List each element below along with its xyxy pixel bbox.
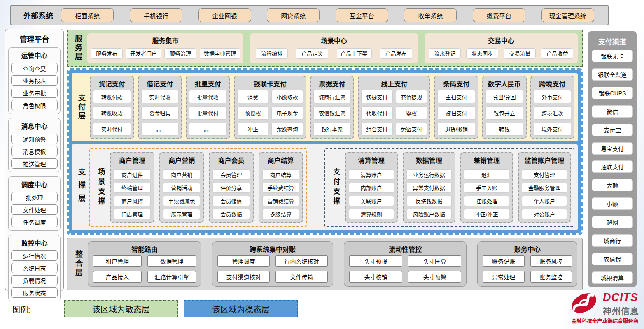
support-item: 异常支付数据 — [406, 183, 452, 193]
management-platform-title: 管理平台 — [8, 32, 61, 47]
external-system-item: 缴费平台 — [473, 8, 525, 22]
management-group: 消息中心通知预警消息模板推送管理 — [8, 118, 61, 172]
external-system-item: 手机银行 — [130, 8, 182, 22]
payment-item: 农信银汇票 — [313, 106, 351, 119]
support-group: 商户管理商户进件终端管理商户风控门店管理 — [110, 152, 154, 223]
support-item: 清算账户 — [349, 169, 394, 180]
payment-channel-item: 通联支付 — [592, 160, 633, 173]
payment-group-title: 跨境支付 — [534, 78, 572, 90]
payment-channel-item: 银联全渠道 — [592, 68, 633, 81]
payment-group-title: 线上支付 — [361, 78, 427, 90]
integration-group-title: 跨系统集中对账 — [217, 243, 328, 255]
payment-group: 银联卡支付消费小额取款预授权电子现金冲正余额查询 — [234, 76, 306, 139]
payment-item: 快捷支付 — [361, 90, 393, 103]
external-system-item: 现金管理系统 — [541, 8, 594, 22]
integration-item: 支付渠道核对 — [217, 271, 270, 283]
management-item: 文件处理 — [11, 204, 58, 215]
support-section-navy: 支付支撑清算管理清算账户内部账户关联账户清算规则数据管理业务运行数据异常支付数据… — [324, 148, 574, 227]
integration-group-items: 头寸预报头寸匡算头寸核销头寸预警 — [349, 255, 461, 283]
legend: 图例: 该区域为敏态层该区域为稳态层 — [12, 300, 298, 317]
payment-channel-item: 城银清算 — [592, 271, 633, 284]
payment-group-items: 实时代收资金归集。。 — [141, 90, 179, 136]
integration-item: 汇路计算引擎 — [147, 271, 196, 283]
payment-channel-item: 超网 — [592, 216, 633, 228]
service-item: 产品收益 — [541, 48, 573, 59]
service-item: 流程编排 — [256, 48, 288, 59]
external-system-item: 收单系统 — [404, 8, 457, 22]
payment-group-items: 消费小额取款预授权电子现金冲正余额查询 — [237, 90, 303, 136]
support-item: 展示管理 — [163, 209, 200, 219]
integration-item: 账务风控 — [530, 255, 572, 267]
management-item: 业务审批 — [11, 88, 58, 98]
payment-group-title: 银联卡支付 — [237, 78, 303, 90]
management-item: 查询查复 — [11, 63, 58, 73]
payment-group: 批量支付批量代收批量代付。。 — [186, 76, 230, 139]
payment-item: 组合支付 — [361, 123, 393, 136]
payment-item: 预授权 — [237, 106, 269, 119]
support-item: 退汇 — [464, 169, 509, 180]
support-item: 会员管理 — [212, 169, 250, 180]
integration-item: 行内系统核对 — [275, 255, 328, 267]
integration-group-items: 管理调度行内系统核对支付渠道核对文件传输 — [217, 255, 328, 283]
management-item: 任务调度 — [11, 217, 58, 227]
payment-group-items: 批量代收批量代付。。 — [189, 90, 227, 136]
support-item: 内部账户 — [349, 183, 394, 193]
support-section-label: 场景支撑 — [93, 152, 109, 223]
integration-layer-label: 整合层 — [72, 241, 84, 287]
integration-item: 头寸预警 — [408, 271, 461, 283]
payment-item: 钱包开立 — [485, 106, 523, 119]
integration-groups: 智能路由租户管理数据管理产品接入汇路计算引擎跨系统集中对账管理调度行内系统核对支… — [88, 241, 577, 287]
payment-channels-panel: 支付渠道 银联无卡银联全渠道银联CUPS微信支付宝易宝支付通联支付大额小额超网城… — [588, 31, 637, 287]
support-section-groups: 清算管理清算账户内部账户关联账户清算规则数据管理业务运行数据异常支付数据反洗钱数… — [345, 152, 571, 223]
payment-group-title: 贷记支付 — [93, 78, 131, 90]
support-group-title: 监管账户管理 — [522, 154, 567, 167]
support-layer-label: 支撑层 — [75, 148, 87, 227]
support-item: 个人账户 — [522, 196, 567, 206]
payment-channel-item: 农信银 — [592, 253, 633, 265]
service-item: 流水登记 — [429, 48, 461, 59]
support-group-title: 商户营销 — [163, 154, 200, 167]
integration-item: 租户管理 — [93, 255, 142, 267]
payment-group: 线上支付快捷支付充值提现代收代付鉴权组合支付免密支付 — [358, 76, 430, 139]
support-item: 金融服务管理 — [522, 183, 567, 193]
payment-item: 城商行汇票 — [313, 90, 351, 103]
support-item: 商户营销 — [163, 169, 200, 180]
integration-item: 异常处理 — [483, 271, 524, 283]
external-systems-label: 外部系统 — [23, 10, 53, 21]
management-item: 运行情况 — [11, 250, 58, 261]
management-item: 角色权限 — [11, 100, 58, 110]
payment-item: 银行本票 — [313, 123, 351, 136]
payment-channel-item: 支付宝 — [592, 124, 633, 136]
payment-item: 境外支付 — [534, 123, 572, 136]
integration-group-title: 账务中心 — [483, 243, 572, 255]
service-group-title: 场景中心 — [253, 35, 415, 47]
service-item: 状态同步 — [466, 48, 498, 59]
payment-item: 余额查询 — [271, 123, 303, 136]
management-group: 监控中心运行情况系统日志负载情况服务状态 — [8, 235, 61, 301]
dcits-swirl-icon — [569, 290, 599, 316]
service-item: 数据字典管理 — [200, 48, 240, 59]
integration-item: 头寸预报 — [349, 255, 402, 267]
payment-item: 电子现金 — [271, 106, 303, 119]
payment-item: 批量代收 — [189, 90, 227, 103]
management-item: 系统日志 — [11, 263, 58, 273]
support-item: 终端管理 — [114, 183, 151, 193]
payment-group: 票据支付城商行汇票农信银汇票银行本票 — [310, 76, 355, 139]
payment-group: 贷记支付转账付款转账收款实时代付 — [90, 76, 134, 139]
payment-group-items: 城商行汇票农信银汇票银行本票 — [313, 90, 351, 136]
service-group: 交易中心流水登记状态同步交易流量产品收益 — [425, 33, 578, 63]
payment-architecture-diagram: 外部系统 柜面系统手机银行企业网银网贷系统互金平台收单系统缴费平台现金管理系统 … — [0, 0, 644, 329]
payment-item: 转账付款 — [93, 90, 131, 103]
management-item: 推送管理 — [11, 158, 58, 169]
service-item: 产品上下架 — [337, 48, 372, 59]
payment-group: 条码支付主扫支付被扫支付退货/撤销 — [434, 76, 478, 139]
management-item: 消息模板 — [11, 146, 58, 156]
integration-group: 跨系统集中对账管理调度行内系统核对支付渠道核对文件传输 — [212, 241, 333, 287]
payment-group-items: 主扫支付被扫支付退货/撤销 — [437, 90, 475, 136]
support-item: 营销活动 — [163, 183, 200, 193]
external-systems-bar: 外部系统 柜面系统手机银行企业网银网贷系统互金平台收单系统缴费平台现金管理系统 — [10, 5, 609, 25]
payment-channel-item: 银联无卡 — [592, 50, 633, 62]
payment-layer: 支付层 贷记支付转账付款转账收款实时代付借记支付实时代收资金归集。。批量支付批量… — [72, 73, 578, 141]
support-group-title: 商户会员 — [212, 154, 250, 167]
payment-groups: 贷记支付转账付款转账收款实时代付借记支付实时代收资金归集。。批量支付批量代收批量… — [90, 76, 574, 139]
